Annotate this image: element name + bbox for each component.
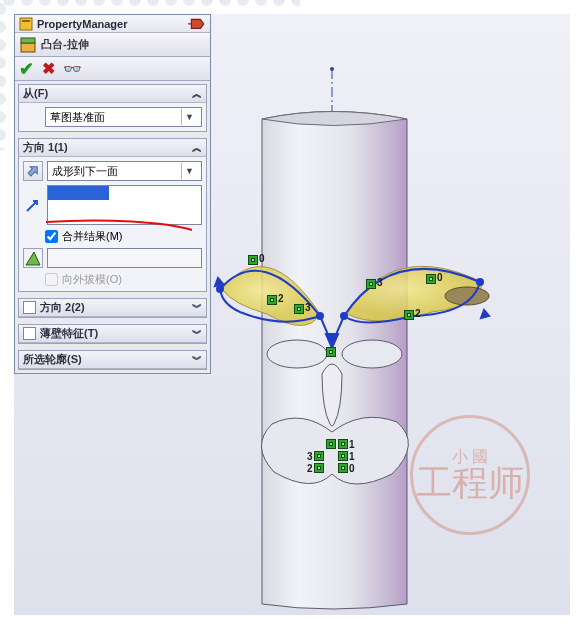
collapse-icon: ︽ xyxy=(192,141,202,155)
sketch-node[interactable] xyxy=(248,255,258,265)
svg-point-147 xyxy=(217,286,223,292)
direction1-header[interactable]: 方向 1(1) ︽ xyxy=(19,139,206,157)
sketch-label: 0 xyxy=(437,272,443,283)
direction-vector-icon xyxy=(23,195,43,215)
sketch-node[interactable] xyxy=(294,304,304,314)
svg-point-71 xyxy=(0,93,6,105)
svg-point-3 xyxy=(57,0,69,6)
face-selection-box[interactable] xyxy=(47,185,202,225)
merge-result-label: 合并结果(M) xyxy=(62,229,123,244)
selected-contours-header[interactable]: 所选轮廓(S) ︾ xyxy=(19,351,206,369)
pm-title: PropertyManager xyxy=(37,18,184,30)
watermark-bottom: 工程师 xyxy=(416,465,524,501)
svg-point-12 xyxy=(219,0,231,6)
svg-point-13 xyxy=(237,0,249,6)
graphics-viewport[interactable]: 0 2 3 3 0 2 1 3 1 2 0 小 國 工程师 xyxy=(212,14,570,615)
svg-point-67 xyxy=(0,21,6,33)
sketch-label: 1 xyxy=(349,451,355,462)
end-condition-combo[interactable]: 成形到下一面 ▼ xyxy=(47,161,202,181)
svg-point-16 xyxy=(291,0,300,6)
svg-point-144 xyxy=(267,340,327,368)
sketch-label: 2 xyxy=(278,293,284,304)
svg-point-5 xyxy=(93,0,105,6)
model-drawing xyxy=(212,14,570,615)
selected-contours-title: 所选轮廓(S) xyxy=(23,352,82,367)
start-condition-combo[interactable]: 草图基准面 ▼ xyxy=(45,107,202,127)
svg-point-148 xyxy=(317,313,323,319)
action-bar: ✔ ✖ 👓 xyxy=(15,57,210,81)
collapse-icon: ︽ xyxy=(192,87,202,101)
dropdown-arrow-icon: ▼ xyxy=(181,163,197,179)
svg-point-70 xyxy=(0,75,6,87)
svg-point-150 xyxy=(477,279,483,285)
sketch-node[interactable] xyxy=(338,439,348,449)
svg-point-15 xyxy=(273,0,285,6)
thin-feature-section: 薄壁特征(T) ︾ xyxy=(18,324,207,344)
draft-button[interactable] xyxy=(23,248,43,268)
svg-point-6 xyxy=(111,0,123,6)
sketch-node[interactable] xyxy=(426,274,436,284)
start-condition-value: 草图基准面 xyxy=(50,110,105,125)
svg-point-10 xyxy=(183,0,195,6)
svg-point-0 xyxy=(3,0,15,6)
cancel-button[interactable]: ✖ xyxy=(42,59,55,78)
svg-point-7 xyxy=(129,0,141,6)
svg-point-66 xyxy=(0,3,6,15)
sketch-label: 0 xyxy=(349,463,355,474)
expand-icon: ︾ xyxy=(192,353,202,367)
sketch-node[interactable] xyxy=(404,310,414,320)
sketch-node[interactable] xyxy=(326,439,336,449)
property-manager-panel: PropertyManager 凸台-拉伸 ✔ ✖ 👓 从(F) ︽ 草图基准面… xyxy=(14,14,211,374)
sketch-label: 3 xyxy=(305,302,311,313)
sketch-label: 3 xyxy=(377,277,383,288)
selected-contours-section: 所选轮廓(S) ︾ xyxy=(18,350,207,370)
direction1-title: 方向 1(1) xyxy=(23,140,68,155)
ok-button[interactable]: ✔ xyxy=(19,58,34,80)
draft-angle-input[interactable] xyxy=(47,248,202,268)
sketch-node[interactable] xyxy=(326,347,336,357)
svg-marker-141 xyxy=(26,252,40,265)
svg-rect-139 xyxy=(21,43,35,52)
sketch-node[interactable] xyxy=(338,451,348,461)
sketch-label: 2 xyxy=(307,463,313,474)
sketch-node[interactable] xyxy=(267,295,277,305)
feature-title-bar: 凸台-拉伸 xyxy=(15,33,210,57)
svg-point-149 xyxy=(341,313,347,319)
sketch-label: 0 xyxy=(259,253,265,264)
thin-feature-header[interactable]: 薄壁特征(T) ︾ xyxy=(19,325,206,343)
merge-result-checkbox[interactable] xyxy=(45,230,58,243)
pm-icon xyxy=(19,17,33,31)
sketch-node[interactable] xyxy=(366,279,376,289)
sketch-node[interactable] xyxy=(314,451,324,461)
pm-header[interactable]: PropertyManager xyxy=(15,15,210,33)
svg-rect-136 xyxy=(20,18,32,30)
svg-point-68 xyxy=(0,39,6,51)
svg-point-4 xyxy=(75,0,87,6)
from-header[interactable]: 从(F) ︽ xyxy=(19,85,206,103)
end-condition-value: 成形到下一面 xyxy=(52,164,118,179)
draft-outward-label: 向外拔模(O) xyxy=(62,272,122,287)
detailed-preview-button[interactable]: 👓 xyxy=(63,60,82,78)
reverse-direction-button[interactable] xyxy=(23,161,43,181)
sketch-node[interactable] xyxy=(338,463,348,473)
svg-point-73 xyxy=(0,129,6,141)
thin-feature-title: 薄壁特征(T) xyxy=(40,326,98,341)
direction2-section: 方向 2(2) ︾ xyxy=(18,298,207,318)
direction2-header[interactable]: 方向 2(2) ︾ xyxy=(19,299,206,317)
from-title: 从(F) xyxy=(23,86,48,101)
direction1-section: 方向 1(1) ︽ 成形到下一面 ▼ xyxy=(18,138,207,292)
sketch-label: 3 xyxy=(307,451,313,462)
dropdown-arrow-icon: ▼ xyxy=(181,109,197,125)
pushpin-icon[interactable] xyxy=(188,17,206,31)
svg-point-69 xyxy=(0,57,6,69)
draft-outward-checkbox xyxy=(45,273,58,286)
sketch-node[interactable] xyxy=(314,463,324,473)
direction2-title: 方向 2(2) xyxy=(40,300,85,315)
watermark: 小 國 工程师 xyxy=(410,415,530,535)
svg-point-143 xyxy=(330,67,334,71)
svg-point-72 xyxy=(0,111,6,123)
expand-icon: ︾ xyxy=(192,301,202,315)
svg-point-11 xyxy=(201,0,213,6)
expand-icon: ︾ xyxy=(192,327,202,341)
svg-rect-140 xyxy=(21,38,35,43)
